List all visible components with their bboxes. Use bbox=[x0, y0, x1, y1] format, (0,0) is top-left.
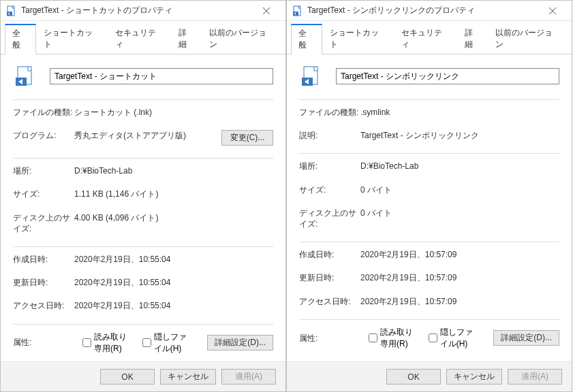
readonly-checkbox[interactable]: 読み取り専用(R) bbox=[369, 327, 420, 350]
separator bbox=[299, 99, 559, 100]
modified-label: 更新日時: bbox=[299, 272, 360, 283]
accessed-value: 2020年2月19日、10:57:09 bbox=[360, 296, 559, 307]
disksize-label: ディスク上のサイズ: bbox=[13, 212, 74, 234]
hidden-checkbox[interactable]: 隠しファイル(H) bbox=[429, 327, 480, 350]
tab-details[interactable]: 詳細 bbox=[171, 24, 202, 54]
modified-value: 2020年2月19日、10:57:09 bbox=[360, 272, 559, 283]
tab-previous-versions[interactable]: 以前のバージョン bbox=[488, 24, 568, 54]
button-bar: OK キャンセル 適用(A) bbox=[287, 361, 572, 391]
file-large-icon bbox=[13, 64, 37, 88]
desc-value: TargetText - シンボリックリンク bbox=[360, 130, 559, 141]
tab-security[interactable]: セキュリティ bbox=[108, 24, 171, 54]
readonly-checkbox[interactable]: 読み取り専用(R) bbox=[82, 331, 134, 355]
hidden-label: 隠しファイル(H) bbox=[440, 327, 480, 350]
properties-dialog-left: TargetText - ショートカットのプロパティ 全般 ショートカット セキ… bbox=[0, 0, 286, 392]
file-icon bbox=[6, 5, 17, 16]
created-label: 作成日時: bbox=[13, 254, 74, 265]
tab-general[interactable]: 全般 bbox=[291, 24, 322, 54]
modified-value: 2020年2月19日、10:55:04 bbox=[74, 277, 273, 288]
size-label: サイズ: bbox=[299, 184, 360, 195]
separator bbox=[299, 153, 559, 154]
separator bbox=[299, 319, 559, 320]
titlebar: TargetText - ショートカットのプロパティ bbox=[1, 1, 285, 21]
size-label: サイズ: bbox=[13, 189, 74, 199]
size-value: 1.11 KB (1,146 バイト) bbox=[74, 189, 273, 199]
file-large-icon bbox=[299, 64, 324, 88]
filetype-value: ショートカット (.lnk) bbox=[74, 107, 273, 118]
separator bbox=[13, 324, 273, 325]
tab-strip: 全般 ショートカット セキュリティ 詳細 以前のバージョン bbox=[1, 21, 285, 54]
close-button[interactable] bbox=[253, 1, 280, 20]
hidden-label: 隠しファイル(H) bbox=[154, 331, 194, 355]
ok-button[interactable]: OK bbox=[100, 369, 155, 385]
window-title: TargetText - シンボリックリンクのプロパティ bbox=[307, 5, 539, 16]
disksize-label: ディスク上のサイズ: bbox=[299, 208, 360, 229]
tab-details[interactable]: 詳細 bbox=[457, 24, 489, 54]
location-value: D:¥BioTech-Lab bbox=[74, 165, 273, 176]
location-value: D:¥BioTech-Lab bbox=[360, 161, 559, 172]
attr-label: 属性: bbox=[13, 337, 74, 348]
accessed-label: アクセス日時: bbox=[299, 296, 360, 307]
hidden-checkbox[interactable]: 隠しファイル(H) bbox=[142, 331, 194, 355]
filename-input[interactable] bbox=[50, 68, 273, 84]
titlebar: TargetText - シンボリックリンクのプロパティ bbox=[287, 1, 572, 21]
tab-shortcut[interactable]: ショートカット bbox=[322, 24, 394, 54]
window-title: TargetText - ショートカットのプロパティ bbox=[21, 5, 253, 16]
created-label: 作成日時: bbox=[299, 249, 360, 260]
separator bbox=[299, 242, 559, 242]
filetype-label: ファイルの種類: bbox=[13, 107, 74, 118]
separator bbox=[13, 99, 273, 100]
file-header bbox=[13, 64, 273, 88]
separator bbox=[13, 246, 273, 247]
button-bar: OK キャンセル 適用(A) bbox=[1, 361, 285, 391]
cancel-button[interactable]: キャンセル bbox=[446, 369, 502, 385]
tab-shortcut[interactable]: ショートカット bbox=[36, 24, 108, 54]
program-label: プログラム: bbox=[13, 130, 74, 141]
modified-label: 更新日時: bbox=[13, 277, 74, 288]
tab-previous-versions[interactable]: 以前のバージョン bbox=[202, 24, 281, 54]
created-value: 2020年2月19日、10:55:04 bbox=[74, 254, 273, 265]
file-icon bbox=[292, 5, 303, 16]
tab-general[interactable]: 全般 bbox=[5, 24, 36, 54]
file-header bbox=[299, 64, 559, 88]
apply-button[interactable]: 適用(A) bbox=[508, 369, 562, 385]
disksize-value: 0 バイト bbox=[360, 208, 559, 218]
tab-content: ファイルの種類:.symlink 説明: TargetText - シンボリック… bbox=[287, 54, 572, 361]
cancel-button[interactable]: キャンセル bbox=[160, 369, 216, 385]
desc-label: 説明: bbox=[299, 130, 360, 141]
program-value: 秀丸エディタ(ストアアプリ版) bbox=[74, 130, 216, 141]
properties-dialog-right: TargetText - シンボリックリンクのプロパティ 全般 ショートカット … bbox=[286, 0, 572, 392]
tab-strip: 全般 ショートカット セキュリティ 詳細 以前のバージョン bbox=[287, 21, 572, 54]
disksize-value: 4.00 KB (4,096 バイト) bbox=[74, 212, 273, 223]
readonly-label: 読み取り専用(R) bbox=[94, 331, 134, 355]
separator bbox=[13, 158, 273, 159]
accessed-value: 2020年2月19日、10:55:04 bbox=[74, 300, 273, 311]
advanced-button[interactable]: 詳細設定(D)... bbox=[207, 335, 273, 350]
change-button[interactable]: 変更(C)... bbox=[221, 130, 273, 146]
location-label: 場所: bbox=[13, 165, 74, 176]
created-value: 2020年2月19日、10:57:09 bbox=[360, 249, 559, 260]
tab-security[interactable]: セキュリティ bbox=[394, 24, 457, 54]
tab-content: ファイルの種類:ショートカット (.lnk) プログラム: 秀丸エディタ(ストア… bbox=[1, 54, 285, 361]
attr-label: 属性: bbox=[299, 333, 360, 344]
ok-button[interactable]: OK bbox=[386, 369, 441, 385]
filename-input[interactable] bbox=[336, 68, 559, 84]
filetype-value: .symlink bbox=[360, 107, 559, 118]
location-label: 場所: bbox=[299, 161, 360, 172]
size-value: 0 バイト bbox=[360, 184, 559, 195]
close-button[interactable] bbox=[539, 1, 566, 20]
readonly-label: 読み取り専用(R) bbox=[380, 327, 420, 350]
filetype-label: ファイルの種類: bbox=[299, 107, 360, 118]
apply-button[interactable]: 適用(A) bbox=[221, 369, 276, 385]
accessed-label: アクセス日時: bbox=[13, 300, 74, 311]
advanced-button[interactable]: 詳細設定(D)... bbox=[493, 330, 559, 346]
